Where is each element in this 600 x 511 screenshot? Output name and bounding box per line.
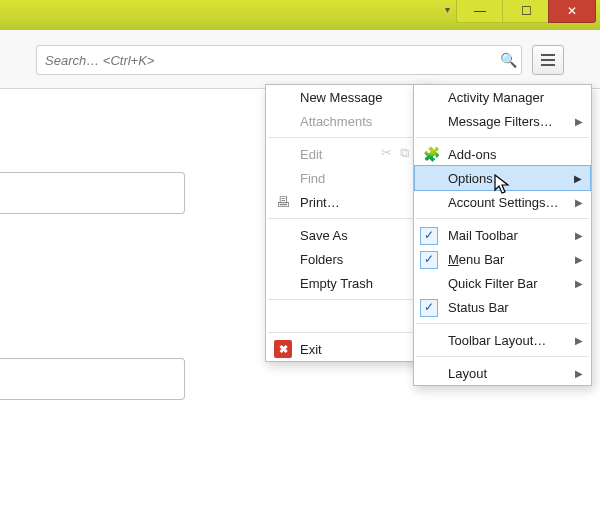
submenu-arrow-icon: ▶ [575, 254, 583, 265]
menu-separator [416, 356, 589, 357]
menu-label: New Message [300, 90, 382, 105]
submenu-arrow-icon: ▶ [575, 335, 583, 346]
menu-label: Find [300, 171, 325, 186]
menu-separator [268, 218, 433, 219]
menu-quick-filter-bar[interactable]: Quick Filter Bar ▶ [414, 271, 591, 295]
menu-empty-trash[interactable]: Empty Trash [266, 271, 435, 295]
menu-mail-toolbar[interactable]: ✓ Mail Toolbar ▶ [414, 223, 591, 247]
puzzle-icon: 🧩 [422, 145, 440, 163]
printer-icon: 🖶 [274, 193, 292, 211]
menu-label: Status Bar [448, 300, 509, 315]
window-titlebar: ▾ — ☐ ✕ [0, 0, 600, 30]
menu-separator [416, 137, 589, 138]
menu-label: Mail Toolbar [448, 228, 518, 243]
menu-account-settings[interactable]: Account Settings… ▶ [414, 190, 591, 214]
menu-addons[interactable]: 🧩 Add-ons [414, 142, 591, 166]
menu-separator [416, 218, 589, 219]
submenu-arrow-icon: ▶ [575, 197, 583, 208]
window-close-button[interactable]: ✕ [548, 0, 596, 23]
menu-attachments: Attachments ▶ [266, 109, 435, 133]
options-submenu: Activity Manager Message Filters… ▶ 🧩 Ad… [413, 84, 592, 386]
menu-label: Toolbar Layout… [448, 333, 546, 348]
submenu-arrow-icon: ▶ [574, 173, 582, 184]
menu-options[interactable]: Options… ▶ [414, 165, 591, 191]
menu-label: Layout [448, 366, 487, 381]
menu-new-message[interactable]: New Message ▶ [266, 85, 435, 109]
menu-print[interactable]: 🖶 Print… [266, 190, 435, 214]
menu-exit[interactable]: ✖ Exit [266, 337, 435, 361]
menu-message-filters[interactable]: Message Filters… ▶ [414, 109, 591, 133]
menu-label: Exit [300, 342, 322, 357]
menu-label: Save As [300, 228, 348, 243]
menu-label: Empty Trash [300, 276, 373, 291]
app-menu-button[interactable] [532, 45, 564, 75]
menu-label: Add-ons [448, 147, 496, 162]
menu-label: Quick Filter Bar [448, 276, 538, 291]
menu-toolbar-layout[interactable]: Toolbar Layout… ▶ [414, 328, 591, 352]
check-icon: ✓ [420, 299, 438, 317]
exit-icon: ✖ [274, 340, 292, 358]
menu-edit: Edit ✂ ⧉ 📋 [266, 142, 435, 166]
menu-layout[interactable]: Layout ▶ [414, 361, 591, 385]
hamburger-icon [541, 54, 555, 56]
app-menu: New Message ▶ Attachments ▶ Edit ✂ ⧉ 📋 F… [265, 84, 436, 362]
menu-label: Menu Bar [448, 252, 504, 267]
menu-label: Options… [448, 171, 506, 186]
check-icon: ✓ [420, 227, 438, 245]
menu-separator [268, 137, 433, 138]
search-input[interactable] [37, 53, 495, 68]
submenu-arrow-icon: ▶ [575, 230, 583, 241]
menu-separator [416, 323, 589, 324]
menu-separator [268, 299, 433, 300]
window-minimize-button[interactable]: — [456, 0, 504, 23]
menu-label: Print… [300, 195, 340, 210]
menu-menu-bar[interactable]: ✓ Menu Bar ▶ [414, 247, 591, 271]
menu-save-as[interactable]: Save As ▶ [266, 223, 435, 247]
menu-label: Edit [300, 147, 322, 162]
menu-label: Activity Manager [448, 90, 544, 105]
minimize-icon: — [474, 5, 486, 17]
menu-label: Attachments [300, 114, 372, 129]
menu-label: Account Settings… [448, 195, 559, 210]
menu-activity-manager[interactable]: Activity Manager [414, 85, 591, 109]
content-panel [0, 172, 185, 214]
menu-separator [268, 332, 433, 333]
copy-icon: ⧉ [397, 145, 411, 161]
submenu-arrow-icon: ▶ [575, 368, 583, 379]
menu-find: Find ▶ [266, 166, 435, 190]
window-maximize-button[interactable]: ☐ [502, 0, 550, 23]
menu-folders[interactable]: Folders ▶ [266, 247, 435, 271]
content-panel [0, 358, 185, 400]
cut-icon: ✂ [379, 145, 393, 161]
menu-label: Folders [300, 252, 343, 267]
maximize-icon: ☐ [521, 5, 532, 17]
search-field[interactable]: 🔍 [36, 45, 522, 75]
menu-status-bar[interactable]: ✓ Status Bar [414, 295, 591, 319]
menu-label: Message Filters… [448, 114, 553, 129]
submenu-arrow-icon: ▶ [575, 116, 583, 127]
check-icon: ✓ [420, 251, 438, 269]
main-toolbar: 🔍 [0, 30, 600, 89]
close-icon: ✕ [567, 5, 577, 17]
search-icon[interactable]: 🔍 [495, 52, 521, 68]
titlebar-dropdown-icon[interactable]: ▾ [445, 4, 450, 15]
submenu-arrow-icon: ▶ [575, 278, 583, 289]
